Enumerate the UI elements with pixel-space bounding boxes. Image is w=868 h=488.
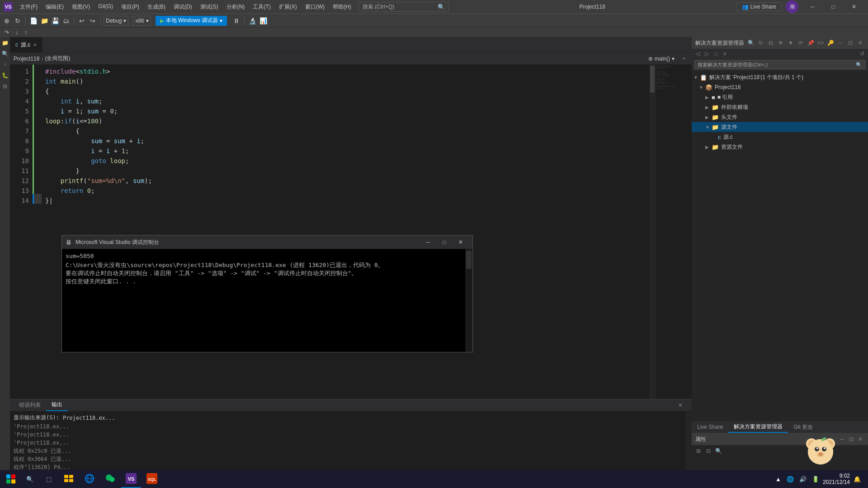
menu-tools[interactable]: 工具(T)	[249, 2, 274, 12]
output-source-dropdown[interactable]: Project118.ex...	[63, 415, 115, 421]
console-maximize-btn[interactable]: □	[436, 236, 453, 249]
menu-debug[interactable]: 调试(D)	[170, 2, 196, 12]
props-search-icon[interactable]: 🔍	[714, 447, 722, 455]
tab-source-c[interactable]: c 源.c ✕	[10, 37, 42, 52]
menu-project[interactable]: 项目(P)	[118, 2, 143, 12]
debug-activity-icon[interactable]: 🐛	[1, 71, 9, 80]
props-sort-icon[interactable]: ⊟	[704, 447, 712, 455]
maximize-button[interactable]: □	[823, 0, 844, 14]
menu-test[interactable]: 测试(S)	[197, 2, 222, 12]
tab-solution-explorer[interactable]: 解决方案资源管理器	[728, 421, 788, 433]
scope-right-dropdown[interactable]: ⊛ main() ▾ +	[648, 55, 688, 63]
vertical-scrollbar[interactable]	[649, 65, 656, 399]
tab-output[interactable]: 输出	[46, 399, 68, 411]
step-out-btn[interactable]: ↑	[22, 28, 30, 37]
menu-file[interactable]: 文件(F)	[16, 2, 41, 12]
search-activity-icon[interactable]: 🔍	[1, 50, 9, 58]
tab-live-share[interactable]: Live Share	[692, 421, 728, 433]
run-button[interactable]: ▶ 本地 Windows 调试器 ▾	[156, 16, 227, 26]
search-bar[interactable]: 搜索 (Ctrl+Q) 🔍	[359, 2, 449, 12]
menu-edit[interactable]: 编辑(E)	[42, 2, 67, 12]
solution-root[interactable]: ▼ 📋 解决方案 'Project118'(1 个项目/共 1 个)	[692, 72, 868, 82]
start-button[interactable]	[2, 470, 20, 488]
back-solution-icon[interactable]: ◁	[693, 50, 702, 58]
git-activity-icon[interactable]: ⑂	[1, 61, 9, 69]
menu-window[interactable]: 窗口(W)	[302, 2, 328, 12]
pin-icon[interactable]: 📌	[807, 39, 815, 47]
platform-dropdown[interactable]: x86 ▾	[133, 16, 151, 26]
tray-volume[interactable]: 🔊	[797, 474, 808, 484]
menu-extensions[interactable]: 扩展(X)	[275, 2, 301, 12]
home-icon[interactable]: ⌂	[712, 50, 720, 58]
ext-dep-node[interactable]: ▶ 📁 外部依赖项	[692, 102, 868, 112]
menu-analyze[interactable]: 分析(N)	[223, 2, 249, 12]
console-scrollbar[interactable]	[465, 249, 472, 352]
breadcrumb-project[interactable]: Project118	[14, 56, 39, 62]
code-icon[interactable]: <>	[816, 39, 825, 47]
close-tab-icon[interactable]: ✕	[33, 42, 37, 47]
auto-hide-icon[interactable]: ⊡	[846, 39, 854, 47]
source-files-node[interactable]: ▼ 📁 源文件	[692, 122, 868, 132]
extensions-activity-icon[interactable]: ⊞	[1, 82, 9, 90]
tray-network[interactable]: 🌐	[785, 474, 796, 484]
project-node[interactable]: ▼ 📦 Project118	[692, 82, 868, 92]
debug-config-dropdown[interactable]: Debug ▾	[104, 16, 128, 26]
scroll-thumb[interactable]	[650, 66, 655, 93]
header-files-node[interactable]: ▶ 📁 头文件	[692, 112, 868, 122]
step-into-btn[interactable]: ↓	[13, 28, 21, 37]
show-all-icon[interactable]: 👁	[777, 39, 785, 47]
perf-btn[interactable]: 📊	[258, 16, 268, 26]
solution-search-box[interactable]: 搜索解决方案资源管理器(Ctrl+;) 🔍	[692, 59, 868, 70]
resource-files-node[interactable]: ▶ 📁 资源文件	[692, 142, 868, 152]
tray-notification[interactable]: 🔔	[852, 474, 863, 484]
tray-chevron[interactable]: ▲	[774, 474, 783, 484]
close-button[interactable]: ✕	[844, 0, 864, 14]
console-minimize-btn[interactable]: ─	[420, 236, 436, 249]
fwd-btn[interactable]: ↻	[13, 16, 23, 26]
references-node[interactable]: ▶ ■ ■ 引用	[692, 92, 868, 102]
close-panel-btn[interactable]: ✕	[856, 39, 864, 47]
user-avatar[interactable]: 用	[786, 0, 798, 13]
start-diagnostic-btn[interactable]: 🔬	[247, 16, 257, 26]
close-panel-icon[interactable]: ✕	[676, 401, 684, 409]
pause-btn[interactable]: ⏸	[231, 16, 241, 26]
open-btn[interactable]: 📁	[39, 16, 49, 26]
live-share-button[interactable]: 👥 Live Share	[736, 2, 782, 11]
save-all-btn[interactable]: 🗂	[61, 16, 71, 26]
step-over-btn[interactable]: ↷	[2, 28, 12, 37]
refresh-files-icon[interactable]: ↺	[858, 50, 866, 58]
minimize-button[interactable]: ─	[802, 0, 823, 14]
properties-icon[interactable]: ≡	[721, 50, 729, 58]
bottom-scrollbar[interactable]	[685, 411, 692, 478]
console-scroll-thumb[interactable]	[466, 251, 472, 269]
console-close-btn[interactable]: ✕	[453, 236, 469, 249]
refresh-icon[interactable]: ↻	[757, 39, 765, 47]
props-grid-icon[interactable]: ⊞	[694, 447, 703, 455]
save-btn[interactable]: 💾	[50, 16, 60, 26]
taskview-btn[interactable]: ⬚	[40, 470, 58, 488]
close-properties-btn[interactable]: ✕	[856, 435, 864, 443]
tray-battery[interactable]: 🔋	[810, 474, 821, 484]
taskbar-vs[interactable]: VS	[121, 470, 141, 488]
taskbar-wechat[interactable]	[100, 470, 120, 488]
source-c-file[interactable]: c 源.c	[692, 132, 868, 142]
taskbar-explorer[interactable]	[59, 470, 79, 488]
breadcrumb-scope[interactable]: (全局范围)	[45, 55, 70, 62]
menu-git[interactable]: Git(G)	[94, 2, 117, 12]
tab-error-list[interactable]: 错误列表	[14, 399, 46, 411]
search-taskbar-btn[interactable]: 🔍	[21, 470, 39, 488]
new-file-btn[interactable]: 📄	[28, 16, 38, 26]
filter-icon[interactable]: ▼	[787, 39, 795, 47]
explorer-icon[interactable]: 📁	[1, 39, 9, 47]
taskbar-time[interactable]: 9:02 2021/12/14	[823, 473, 850, 485]
undo-btn[interactable]: ↩	[77, 16, 87, 26]
pin-panel-icon[interactable]: ─	[836, 39, 844, 47]
collapse-all-icon[interactable]: ⊟	[767, 39, 775, 47]
key-icon[interactable]: 🔑	[826, 39, 835, 47]
redo-btn[interactable]: ↪	[88, 16, 98, 26]
taskbar-ie[interactable]	[80, 470, 99, 488]
menu-build[interactable]: 生成(B)	[144, 2, 169, 12]
expand-editor-icon[interactable]: +	[680, 55, 688, 63]
auto-hide-properties-icon[interactable]: ⊡	[847, 435, 855, 443]
sync-icon[interactable]: ⟳	[797, 39, 805, 47]
